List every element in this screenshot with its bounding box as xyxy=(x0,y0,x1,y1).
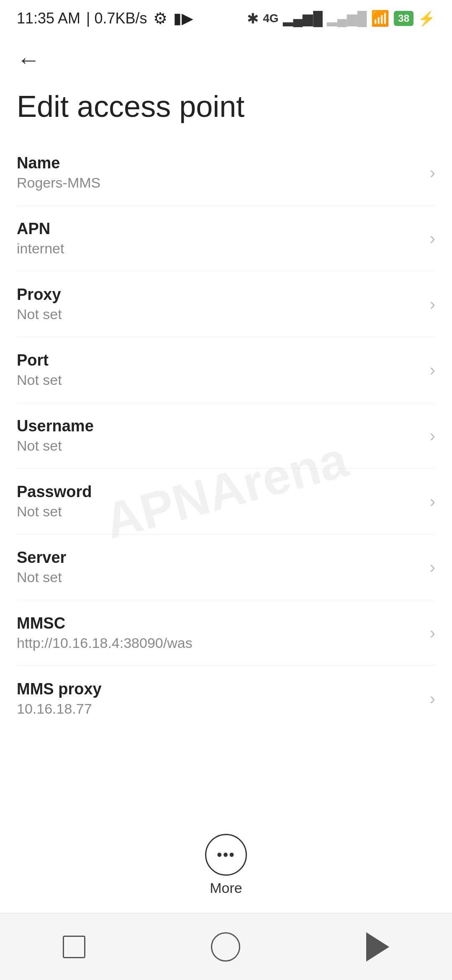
settings-item-mms-proxy-value: 10.16.18.77 xyxy=(17,701,421,717)
chevron-right-icon: › xyxy=(430,558,435,577)
settings-item-mmsc[interactable]: MMSC http://10.16.18.4:38090/was › xyxy=(17,600,435,666)
settings-item-name-label: Name xyxy=(17,154,421,172)
settings-item-proxy-content: Proxy Not set xyxy=(17,286,421,322)
chevron-right-icon: › xyxy=(430,624,435,642)
settings-item-apn-value: internet xyxy=(17,240,421,257)
settings-list: Name Rogers-MMS › APN internet › Proxy N… xyxy=(0,140,452,731)
bluetooth-icon: ✱ xyxy=(247,10,259,27)
settings-item-port-content: Port Not set xyxy=(17,351,421,388)
nav-square-icon xyxy=(63,936,85,958)
video-icon: ▮▶ xyxy=(173,10,193,27)
settings-item-mmsc-content: MMSC http://10.16.18.4:38090/was xyxy=(17,614,421,651)
status-right: ✱ 4G ▂▄▆█ ▂▄▆█ 📶 38 ⚡ xyxy=(247,10,435,27)
settings-item-mmsc-value: http://10.16.18.4:38090/was xyxy=(17,635,421,651)
battery-icon: 38 xyxy=(394,11,413,26)
settings-item-name-content: Name Rogers-MMS xyxy=(17,154,421,191)
settings-item-mms-proxy-content: MMS proxy 10.16.18.77 xyxy=(17,680,421,717)
nav-back-button[interactable] xyxy=(366,932,389,962)
signal-bars2-icon: ▂▄▆█ xyxy=(327,10,367,26)
more-label: More xyxy=(210,880,242,896)
settings-item-username[interactable]: Username Not set › xyxy=(17,403,435,469)
settings-item-mms-proxy[interactable]: MMS proxy 10.16.18.77 › xyxy=(17,666,435,731)
bottom-nav xyxy=(0,913,452,980)
settings-item-name[interactable]: Name Rogers-MMS › xyxy=(17,140,435,206)
speed-display: | 0.7KB/s xyxy=(86,10,147,27)
back-arrow-icon[interactable]: ← xyxy=(17,46,40,73)
nav-triangle-icon xyxy=(366,932,389,962)
signal-bars-icon: ▂▄▆█ xyxy=(283,10,323,26)
wifi-icon: 📶 xyxy=(371,10,390,27)
chevron-right-icon: › xyxy=(430,492,435,511)
settings-item-username-label: Username xyxy=(17,417,421,435)
settings-item-apn-label: APN xyxy=(17,220,421,238)
settings-item-username-value: Not set xyxy=(17,438,421,454)
settings-item-proxy[interactable]: Proxy Not set › xyxy=(17,271,435,337)
chevron-right-icon: › xyxy=(430,229,435,248)
settings-item-apn-content: APN internet xyxy=(17,220,421,257)
time-display: 11:35 AM xyxy=(17,10,80,27)
back-button-container[interactable]: ← xyxy=(0,34,452,77)
settings-icon: ⚙ xyxy=(153,9,167,28)
signal-4g-icon: 4G xyxy=(263,12,278,25)
settings-item-port-value: Not set xyxy=(17,372,421,388)
settings-item-mmsc-label: MMSC xyxy=(17,614,421,632)
settings-item-server[interactable]: Server Not set › xyxy=(17,534,435,600)
settings-item-name-value: Rogers-MMS xyxy=(17,175,421,191)
settings-item-server-label: Server xyxy=(17,549,421,567)
chevron-right-icon: › xyxy=(430,163,435,182)
nav-recent-button[interactable] xyxy=(63,936,85,958)
chevron-right-icon: › xyxy=(430,426,435,445)
settings-item-proxy-label: Proxy xyxy=(17,286,421,304)
settings-item-apn[interactable]: APN internet › xyxy=(17,206,435,271)
more-button[interactable]: ••• xyxy=(205,834,247,876)
settings-item-password[interactable]: Password Not set › xyxy=(17,469,435,534)
chevron-right-icon: › xyxy=(430,295,435,314)
status-bar: 11:35 AM | 0.7KB/s ⚙ ▮▶ ✱ 4G ▂▄▆█ ▂▄▆█ 📶… xyxy=(0,0,452,34)
settings-item-server-content: Server Not set xyxy=(17,549,421,585)
settings-item-password-label: Password xyxy=(17,483,421,501)
status-left: 11:35 AM | 0.7KB/s ⚙ ▮▶ xyxy=(17,9,193,28)
settings-item-password-content: Password Not set xyxy=(17,483,421,520)
settings-item-proxy-value: Not set xyxy=(17,306,421,322)
chevron-right-icon: › xyxy=(430,361,435,379)
settings-item-port-label: Port xyxy=(17,351,421,369)
page-title: Edit access point xyxy=(0,77,452,140)
settings-item-password-value: Not set xyxy=(17,503,421,520)
chevron-right-icon: › xyxy=(430,689,435,708)
settings-item-username-content: Username Not set xyxy=(17,417,421,454)
charging-icon: ⚡ xyxy=(418,10,435,27)
settings-item-server-value: Not set xyxy=(17,569,421,585)
nav-circle-icon xyxy=(211,932,240,962)
more-dots-icon: ••• xyxy=(217,846,235,864)
nav-home-button[interactable] xyxy=(211,932,240,962)
settings-item-mms-proxy-label: MMS proxy xyxy=(17,680,421,698)
settings-item-port[interactable]: Port Not set › xyxy=(17,337,435,403)
more-button-container: ••• More xyxy=(0,834,452,896)
